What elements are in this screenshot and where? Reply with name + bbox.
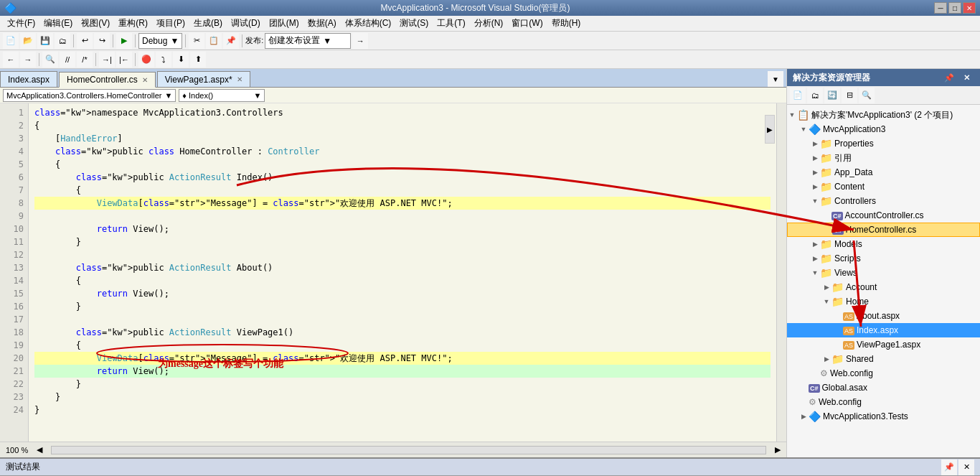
tree-node-Scripts[interactable]: ▶ 📁 Scripts bbox=[787, 251, 980, 266]
menu-build[interactable]: 生成(B) bbox=[189, 16, 227, 31]
debug-config-dropdown[interactable]: Debug ▼ bbox=[138, 33, 182, 49]
publish-dropdown[interactable]: 创建发布设置 ▼ bbox=[265, 33, 351, 49]
tab-viewpage1[interactable]: ViewPage1.aspx* ✕ bbox=[157, 71, 250, 87]
menu-edit[interactable]: 编辑(E) bbox=[39, 16, 77, 31]
code-line-5: { bbox=[34, 158, 771, 171]
navigate-back[interactable]: ← bbox=[3, 52, 19, 67]
menu-window[interactable]: 窗口(W) bbox=[507, 16, 547, 31]
tree-node-About_aspx[interactable]: AS About.aspx bbox=[787, 309, 980, 323]
step-over[interactable]: ⤵ bbox=[156, 52, 171, 67]
start-button[interactable]: ▶ bbox=[116, 33, 132, 49]
tree-node-Shared[interactable]: ▶ 📁 Shared bbox=[787, 352, 980, 366]
copy-button[interactable]: 📋 bbox=[206, 33, 222, 49]
new-project-button[interactable]: 📄 bbox=[3, 33, 19, 49]
paste-button[interactable]: 📌 bbox=[223, 33, 239, 49]
tree-node-_____MvcApplication3___2_____[interactable]: ▼ 📋 解决方案'MvcApplication3' (2 个项目) bbox=[787, 108, 980, 122]
aspx-icon: AS bbox=[843, 341, 854, 350]
menu-data[interactable]: 数据(A) bbox=[303, 16, 341, 31]
tree-node-__[interactable]: ▶ 📁 引用 bbox=[787, 151, 980, 165]
menu-team[interactable]: 团队(M) bbox=[265, 16, 303, 31]
tree-node-MvcApplication3_Tests[interactable]: ▶ 🔷 MvcApplication3.Tests bbox=[787, 409, 980, 424]
se-close-button[interactable]: ✕ bbox=[958, 70, 974, 85]
node-label: Models bbox=[834, 239, 862, 249]
editor-collapse-button[interactable]: ▶ bbox=[765, 115, 775, 144]
tree-node-Home[interactable]: ▼ 📁 Home bbox=[787, 294, 980, 309]
uncomment-button[interactable]: /* bbox=[77, 52, 93, 67]
se-show-all-button[interactable]: 🗂 bbox=[807, 88, 823, 103]
open-button[interactable]: 📂 bbox=[20, 33, 36, 49]
menu-analyze[interactable]: 分析(N) bbox=[470, 16, 508, 31]
menu-refactor[interactable]: 重构(R) bbox=[114, 16, 152, 31]
menu-project[interactable]: 项目(P) bbox=[152, 16, 189, 31]
bottom-panel: 测试结果 📌 ✕ ≡ ⊟ ▶ 运行 ▼ ▶ 调试 ▼ ⤵ ⏹ ◀ ▶ 分组依据:… bbox=[0, 457, 980, 476]
tree-node-Controllers[interactable]: ▼ 📁 Controllers bbox=[787, 194, 980, 208]
code-scrollbar[interactable] bbox=[776, 103, 786, 442]
step-into[interactable]: ⬇ bbox=[173, 52, 189, 67]
line-num-17: 17 bbox=[0, 313, 24, 326]
line-num-10: 10 bbox=[0, 223, 24, 235]
code-line-20: ViewData[class="str">"Message"] = class=… bbox=[34, 352, 771, 365]
cs-icon: C# bbox=[809, 384, 820, 393]
navigate-fwd[interactable]: → bbox=[20, 52, 36, 67]
tree-node-Index_aspx[interactable]: AS Index.aspx bbox=[787, 323, 980, 337]
tab-homecontroller[interactable]: HomeController.cs ✕ bbox=[59, 72, 156, 88]
node-label: Global.asax bbox=[822, 383, 867, 393]
tree-node-Properties[interactable]: ▶ 📁 Properties bbox=[787, 136, 980, 151]
node-label: Views bbox=[834, 268, 857, 278]
tree-arrow: ▶ bbox=[810, 255, 820, 262]
publish-button[interactable]: → bbox=[352, 33, 368, 49]
se-pin-button[interactable]: 📌 bbox=[941, 70, 957, 85]
tree-node-Web_config[interactable]: ⚙ Web.config bbox=[787, 366, 980, 381]
tab-index-aspx[interactable]: Index.aspx bbox=[0, 71, 57, 87]
tree-node-Content[interactable]: ▶ 📁 Content bbox=[787, 179, 980, 194]
tree-node-Web_config[interactable]: ⚙ Web.config bbox=[787, 395, 980, 409]
sep: ◀ bbox=[37, 445, 42, 454]
node-icon: 📁 bbox=[831, 353, 844, 365]
close-button[interactable]: ✕ bbox=[963, 2, 976, 14]
menu-arch[interactable]: 体系结构(C) bbox=[341, 16, 396, 31]
step-out[interactable]: ⬆ bbox=[190, 52, 206, 67]
tab-vp1-close[interactable]: ✕ bbox=[237, 75, 242, 83]
tree-node-HomeController_cs[interactable]: C# HomeController.cs bbox=[787, 223, 980, 237]
se-collapse-button[interactable]: ⊟ bbox=[842, 88, 857, 103]
maximize-button[interactable]: □ bbox=[948, 2, 961, 14]
breakpoint-button[interactable]: 🔴 bbox=[138, 52, 154, 67]
menu-test[interactable]: 测试(S) bbox=[395, 16, 433, 31]
tree-node-MvcApplication3[interactable]: ▼ 🔷 MvcApplication3 bbox=[787, 122, 980, 136]
redo-button[interactable]: ↪ bbox=[94, 33, 110, 49]
menu-help[interactable]: 帮助(H) bbox=[547, 16, 585, 31]
tree-node-App_Data[interactable]: ▶ 📁 App_Data bbox=[787, 165, 980, 179]
tree-node-ViewPage1_aspx[interactable]: AS ViewPage1.aspx bbox=[787, 337, 980, 352]
save-button[interactable]: 💾 bbox=[37, 33, 53, 49]
se-refresh-button[interactable]: 🔄 bbox=[824, 88, 840, 103]
minimize-button[interactable]: ─ bbox=[934, 2, 947, 14]
tree-node-Global_asax[interactable]: C# Global.asax bbox=[787, 381, 980, 395]
se-properties-button[interactable]: 📄 bbox=[790, 88, 806, 103]
tab-home-close[interactable]: ✕ bbox=[142, 76, 148, 84]
cut-button[interactable]: ✂ bbox=[189, 33, 204, 49]
menu-view[interactable]: 视图(V) bbox=[77, 16, 114, 31]
indent-button[interactable]: →| bbox=[99, 52, 115, 67]
bp-close-button[interactable]: ✕ bbox=[958, 459, 974, 475]
bp-pin-button[interactable]: 📌 bbox=[941, 459, 957, 475]
breadcrumb-class-dropdown[interactable]: MvcApplication3.Controllers.HomeControll… bbox=[3, 89, 176, 102]
node-label: MvcApplication3.Tests bbox=[823, 411, 908, 421]
tree-arrow: ▼ bbox=[798, 126, 809, 133]
find-button[interactable]: 🔍 bbox=[42, 52, 58, 67]
tree-node-Models[interactable]: ▶ 📁 Models bbox=[787, 237, 980, 251]
menu-file[interactable]: 文件(F) bbox=[3, 16, 39, 31]
titlebar: 🔷 MvcApplication3 - Microsoft Visual Stu… bbox=[0, 0, 980, 16]
tree-node-Account[interactable]: ▶ 📁 Account bbox=[787, 280, 980, 294]
code-editor[interactable]: class="kw">namespace MvcApplication3.Con… bbox=[29, 103, 776, 442]
menu-debug[interactable]: 调试(D) bbox=[227, 16, 265, 31]
save-all-button[interactable]: 🗂 bbox=[55, 33, 70, 49]
tab-dropdown-button[interactable]: ▼ bbox=[768, 71, 783, 87]
tree-node-AccountController_cs[interactable]: C# AccountController.cs bbox=[787, 208, 980, 223]
menu-tools[interactable]: 工具(T) bbox=[433, 16, 469, 31]
undo-button[interactable]: ↩ bbox=[77, 33, 93, 49]
comment-button[interactable]: // bbox=[60, 52, 75, 67]
breadcrumb-method-dropdown[interactable]: ♦ Index() ▼ bbox=[179, 89, 265, 102]
tree-node-Views[interactable]: ▼ 📁 Views bbox=[787, 266, 980, 280]
se-search-button[interactable]: 🔍 bbox=[859, 88, 875, 103]
outdent-button[interactable]: |← bbox=[116, 52, 132, 67]
